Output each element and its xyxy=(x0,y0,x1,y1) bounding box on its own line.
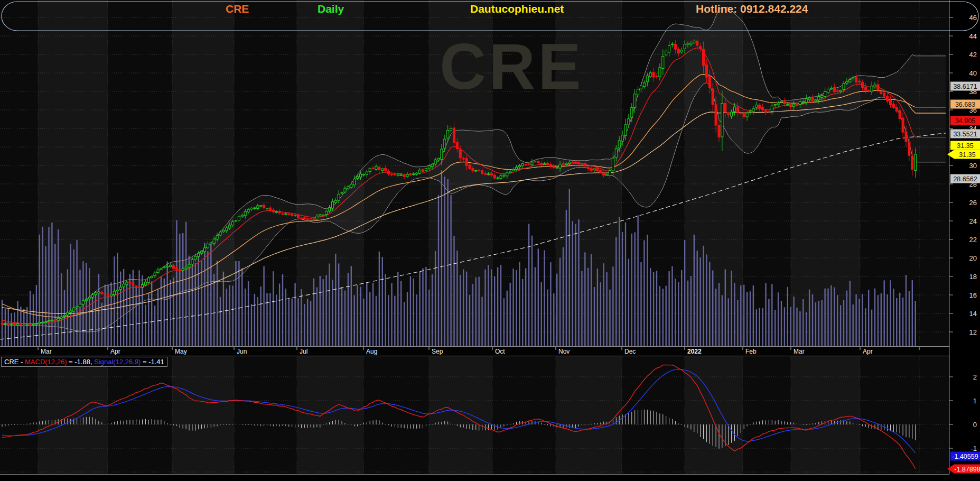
volume-bar xyxy=(397,272,398,346)
price-tag: 31.35 xyxy=(947,150,980,159)
volume-bar xyxy=(640,262,641,346)
candle-body xyxy=(306,219,309,219)
volume-bar xyxy=(818,301,819,346)
volume-bar xyxy=(594,287,595,346)
candle-body xyxy=(14,325,16,325)
candle-body xyxy=(634,94,636,108)
candle-body xyxy=(712,89,714,105)
candle-body xyxy=(799,101,801,104)
candle-body xyxy=(568,162,571,164)
candle-body xyxy=(768,111,770,112)
candle-body xyxy=(91,295,94,298)
symbol-label: CRE xyxy=(226,3,249,15)
hotline-label: Hotline: 0912.842.224 xyxy=(696,3,808,15)
macd-tick-label: 0 xyxy=(973,421,977,429)
candle-body xyxy=(899,110,901,119)
volume-bar xyxy=(528,224,529,347)
candle-body xyxy=(584,163,586,166)
candle-body xyxy=(51,320,53,320)
volume-bar xyxy=(615,237,617,346)
volume-bar xyxy=(388,295,389,346)
volume-bar xyxy=(472,284,473,346)
volume-bar xyxy=(425,267,426,346)
candle-body xyxy=(297,215,300,218)
candle-body xyxy=(216,235,218,239)
candle-body xyxy=(437,159,440,160)
volume-bar xyxy=(145,304,146,346)
volume-bar xyxy=(391,283,392,346)
candle-body xyxy=(811,97,814,100)
volume-bar xyxy=(631,234,632,346)
price-tick-label: 18 xyxy=(969,273,977,281)
volume-bar xyxy=(569,189,570,346)
candle-body xyxy=(23,325,25,326)
candle-body xyxy=(288,214,290,215)
candle-body xyxy=(275,212,277,212)
price-tick-label: 20 xyxy=(969,254,977,262)
candle-body xyxy=(671,44,674,45)
volume-bar xyxy=(846,291,847,346)
candle-body xyxy=(721,104,723,137)
candle-body xyxy=(54,320,56,320)
candle-body xyxy=(509,171,511,173)
candle-body xyxy=(413,174,415,174)
candle-body xyxy=(497,178,499,178)
candle-body xyxy=(191,260,193,264)
volume-bar xyxy=(743,285,744,346)
candle-body xyxy=(194,256,197,260)
volume-bar xyxy=(51,223,52,346)
candle-body xyxy=(864,87,866,91)
candle-body xyxy=(793,104,795,107)
candle-body xyxy=(911,156,913,170)
volume-bar xyxy=(285,289,286,346)
volume-bar xyxy=(858,299,860,346)
price-tag: 34.905 xyxy=(950,116,980,125)
candle-body xyxy=(637,89,639,95)
candle-body xyxy=(260,206,262,206)
candle-body xyxy=(600,171,602,173)
month-label: 2022 xyxy=(687,348,702,355)
volume-bar xyxy=(768,299,769,346)
stock-chart[interactable]: CRE 464442403836343230282624222018161412… xyxy=(0,0,980,481)
volume-bar xyxy=(531,236,533,346)
volume-bar xyxy=(488,265,489,346)
candle-body xyxy=(185,267,187,269)
candle-body xyxy=(531,162,533,165)
volume-bar xyxy=(288,298,290,346)
timeframe-label: Daily xyxy=(318,3,344,15)
candle-body xyxy=(684,44,686,49)
volume-bar xyxy=(609,290,610,346)
candle-body xyxy=(880,91,882,94)
candle-body xyxy=(447,131,449,138)
volume-bar xyxy=(36,285,37,346)
candle-body xyxy=(135,286,137,287)
candle-body xyxy=(606,175,608,175)
candle-body xyxy=(855,77,857,82)
candle-body xyxy=(892,104,894,107)
candle-body xyxy=(441,149,443,160)
svg-text:31.35: 31.35 xyxy=(959,151,975,159)
candle-body xyxy=(319,215,321,216)
volume-bar xyxy=(759,308,760,346)
candle-body xyxy=(883,93,885,96)
svg-text:-1.40559: -1.40559 xyxy=(952,453,978,460)
volume-bar xyxy=(740,285,741,346)
volume-bar xyxy=(563,247,564,346)
volume-bar xyxy=(269,293,270,346)
candle-body xyxy=(687,43,689,44)
volume-bar xyxy=(606,272,607,346)
volume-bar xyxy=(734,283,735,346)
volume-bar xyxy=(566,210,567,346)
candle-body xyxy=(1,323,3,325)
volume-bar xyxy=(600,282,601,346)
candle-body xyxy=(294,215,296,216)
candle-body xyxy=(266,208,268,209)
volume-bar xyxy=(712,271,713,346)
month-label: Mar xyxy=(41,348,52,355)
candle-body xyxy=(104,293,106,294)
volume-bar xyxy=(902,298,903,346)
candle-body xyxy=(640,86,642,89)
candle-body xyxy=(624,125,627,136)
candle-body xyxy=(547,163,549,165)
candle-body xyxy=(170,265,172,267)
